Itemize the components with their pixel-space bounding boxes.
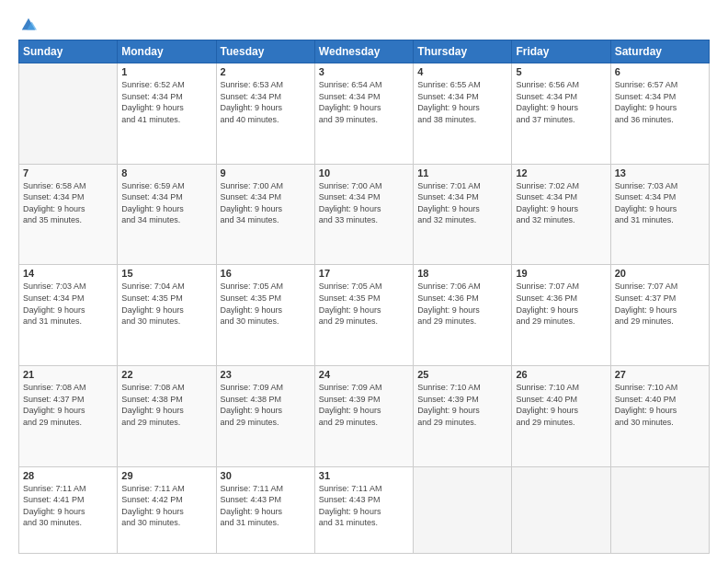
day-info: Sunrise: 7:11 AMSunset: 4:43 PMDaylight:…: [319, 483, 409, 529]
day-info: Sunrise: 7:03 AMSunset: 4:34 PMDaylight:…: [615, 180, 705, 226]
calendar-cell: 4Sunrise: 6:55 AMSunset: 4:34 PMDaylight…: [414, 63, 512, 165]
day-info: Sunrise: 7:09 AMSunset: 4:39 PMDaylight:…: [319, 382, 409, 428]
weekday-header-friday: Friday: [512, 40, 610, 63]
day-info: Sunrise: 7:05 AMSunset: 4:35 PMDaylight:…: [221, 281, 311, 327]
day-number: 15: [121, 268, 211, 279]
day-info: Sunrise: 7:00 AMSunset: 4:34 PMDaylight:…: [221, 180, 311, 226]
calendar-cell: 11Sunrise: 7:01 AMSunset: 4:34 PMDayligh…: [414, 164, 512, 265]
day-info: Sunrise: 7:10 AMSunset: 4:39 PMDaylight:…: [417, 382, 507, 428]
day-info: Sunrise: 7:01 AMSunset: 4:34 PMDaylight:…: [417, 180, 507, 226]
day-info: Sunrise: 7:04 AMSunset: 4:35 PMDaylight:…: [121, 281, 211, 327]
day-number: 5: [516, 66, 606, 77]
day-number: 20: [615, 268, 705, 279]
day-info: Sunrise: 7:11 AMSunset: 4:43 PMDaylight:…: [221, 483, 311, 529]
calendar-cell: 31Sunrise: 7:11 AMSunset: 4:43 PMDayligh…: [314, 466, 413, 553]
calendar-cell: 1Sunrise: 6:52 AMSunset: 4:34 PMDaylight…: [118, 63, 216, 165]
day-info: Sunrise: 7:08 AMSunset: 4:37 PMDaylight:…: [23, 382, 113, 428]
day-number: 8: [121, 167, 211, 178]
day-info: Sunrise: 7:02 AMSunset: 4:34 PMDaylight:…: [516, 180, 606, 226]
day-info: Sunrise: 7:11 AMSunset: 4:42 PMDaylight:…: [121, 483, 211, 529]
weekday-header-saturday: Saturday: [610, 40, 709, 63]
day-info: Sunrise: 7:11 AMSunset: 4:41 PMDaylight:…: [23, 483, 113, 529]
day-info: Sunrise: 6:55 AMSunset: 4:34 PMDaylight:…: [417, 79, 507, 125]
day-number: 24: [319, 369, 409, 380]
calendar-cell: 7Sunrise: 6:58 AMSunset: 4:34 PMDaylight…: [19, 164, 118, 265]
calendar-week-row: 21Sunrise: 7:08 AMSunset: 4:37 PMDayligh…: [19, 365, 710, 466]
day-info: Sunrise: 7:08 AMSunset: 4:38 PMDaylight:…: [121, 382, 211, 428]
calendar-cell: 3Sunrise: 6:54 AMSunset: 4:34 PMDaylight…: [314, 63, 413, 165]
calendar-cell: 2Sunrise: 6:53 AMSunset: 4:34 PMDaylight…: [216, 63, 314, 165]
day-number: 4: [417, 66, 507, 77]
day-number: 11: [417, 167, 507, 178]
calendar-cell: 25Sunrise: 7:10 AMSunset: 4:39 PMDayligh…: [414, 365, 512, 466]
calendar-week-row: 7Sunrise: 6:58 AMSunset: 4:34 PMDaylight…: [19, 164, 710, 265]
day-number: 30: [221, 470, 311, 481]
calendar-cell: 24Sunrise: 7:09 AMSunset: 4:39 PMDayligh…: [314, 365, 413, 466]
day-number: 19: [516, 268, 606, 279]
calendar-cell: 19Sunrise: 7:07 AMSunset: 4:36 PMDayligh…: [512, 265, 610, 366]
day-number: 23: [221, 369, 311, 380]
day-info: Sunrise: 6:53 AMSunset: 4:34 PMDaylight:…: [221, 79, 311, 125]
calendar-cell: 28Sunrise: 7:11 AMSunset: 4:41 PMDayligh…: [19, 466, 118, 553]
calendar-cell: 22Sunrise: 7:08 AMSunset: 4:38 PMDayligh…: [118, 365, 216, 466]
calendar-cell: 6Sunrise: 6:57 AMSunset: 4:34 PMDaylight…: [610, 63, 709, 165]
calendar-table: SundayMondayTuesdayWednesdayThursdayFrid…: [18, 40, 710, 554]
weekday-header-tuesday: Tuesday: [216, 40, 314, 63]
calendar-cell: 14Sunrise: 7:03 AMSunset: 4:34 PMDayligh…: [19, 265, 118, 366]
day-number: 26: [516, 369, 606, 380]
calendar-cell: 12Sunrise: 7:02 AMSunset: 4:34 PMDayligh…: [512, 164, 610, 265]
weekday-header-thursday: Thursday: [414, 40, 512, 63]
day-info: Sunrise: 6:56 AMSunset: 4:34 PMDaylight:…: [516, 79, 606, 125]
day-info: Sunrise: 6:58 AMSunset: 4:34 PMDaylight:…: [23, 180, 113, 226]
page: SundayMondayTuesdayWednesdayThursdayFrid…: [0, 0, 728, 563]
day-number: 14: [23, 268, 113, 279]
day-number: 6: [615, 66, 705, 77]
day-number: 10: [319, 167, 409, 178]
calendar-cell: 15Sunrise: 7:04 AMSunset: 4:35 PMDayligh…: [118, 265, 216, 366]
day-number: 2: [221, 66, 311, 77]
weekday-header-sunday: Sunday: [19, 40, 118, 63]
day-info: Sunrise: 7:03 AMSunset: 4:34 PMDaylight:…: [23, 281, 113, 327]
calendar-week-row: 1Sunrise: 6:52 AMSunset: 4:34 PMDaylight…: [19, 63, 710, 165]
day-number: 3: [319, 66, 409, 77]
day-info: Sunrise: 7:07 AMSunset: 4:37 PMDaylight:…: [615, 281, 705, 327]
calendar-cell: 5Sunrise: 6:56 AMSunset: 4:34 PMDaylight…: [512, 63, 610, 165]
day-info: Sunrise: 6:59 AMSunset: 4:34 PMDaylight:…: [121, 180, 211, 226]
calendar-week-row: 14Sunrise: 7:03 AMSunset: 4:34 PMDayligh…: [19, 265, 710, 366]
day-info: Sunrise: 6:52 AMSunset: 4:34 PMDaylight:…: [121, 79, 211, 125]
calendar-cell: [19, 63, 118, 165]
day-number: 16: [221, 268, 311, 279]
day-info: Sunrise: 7:09 AMSunset: 4:38 PMDaylight:…: [221, 382, 311, 428]
day-number: 9: [221, 167, 311, 178]
calendar-cell: 10Sunrise: 7:00 AMSunset: 4:34 PMDayligh…: [314, 164, 413, 265]
day-number: 27: [615, 369, 705, 380]
logo-icon: [20, 17, 37, 33]
day-number: 22: [121, 369, 211, 380]
calendar-cell: 9Sunrise: 7:00 AMSunset: 4:34 PMDaylight…: [216, 164, 314, 265]
day-number: 13: [615, 167, 705, 178]
day-number: 7: [23, 167, 113, 178]
calendar-cell: 30Sunrise: 7:11 AMSunset: 4:43 PMDayligh…: [216, 466, 314, 553]
day-number: 28: [23, 470, 113, 481]
day-number: 29: [121, 470, 211, 481]
calendar-cell: 8Sunrise: 6:59 AMSunset: 4:34 PMDaylight…: [118, 164, 216, 265]
logo: [18, 17, 37, 30]
calendar-cell: 26Sunrise: 7:10 AMSunset: 4:40 PMDayligh…: [512, 365, 610, 466]
calendar-cell: 13Sunrise: 7:03 AMSunset: 4:34 PMDayligh…: [610, 164, 709, 265]
day-info: Sunrise: 7:07 AMSunset: 4:36 PMDaylight:…: [516, 281, 606, 327]
calendar-cell: 29Sunrise: 7:11 AMSunset: 4:42 PMDayligh…: [118, 466, 216, 553]
day-info: Sunrise: 6:57 AMSunset: 4:34 PMDaylight:…: [615, 79, 705, 125]
header: [18, 17, 710, 30]
calendar-cell: [512, 466, 610, 553]
day-info: Sunrise: 7:00 AMSunset: 4:34 PMDaylight:…: [319, 180, 409, 226]
calendar-cell: 18Sunrise: 7:06 AMSunset: 4:36 PMDayligh…: [414, 265, 512, 366]
day-number: 1: [121, 66, 211, 77]
calendar-cell: 16Sunrise: 7:05 AMSunset: 4:35 PMDayligh…: [216, 265, 314, 366]
weekday-header-row: SundayMondayTuesdayWednesdayThursdayFrid…: [19, 40, 710, 63]
calendar-cell: [414, 466, 512, 553]
day-number: 12: [516, 167, 606, 178]
day-number: 21: [23, 369, 113, 380]
day-number: 17: [319, 268, 409, 279]
calendar-cell: 21Sunrise: 7:08 AMSunset: 4:37 PMDayligh…: [19, 365, 118, 466]
calendar-cell: 23Sunrise: 7:09 AMSunset: 4:38 PMDayligh…: [216, 365, 314, 466]
